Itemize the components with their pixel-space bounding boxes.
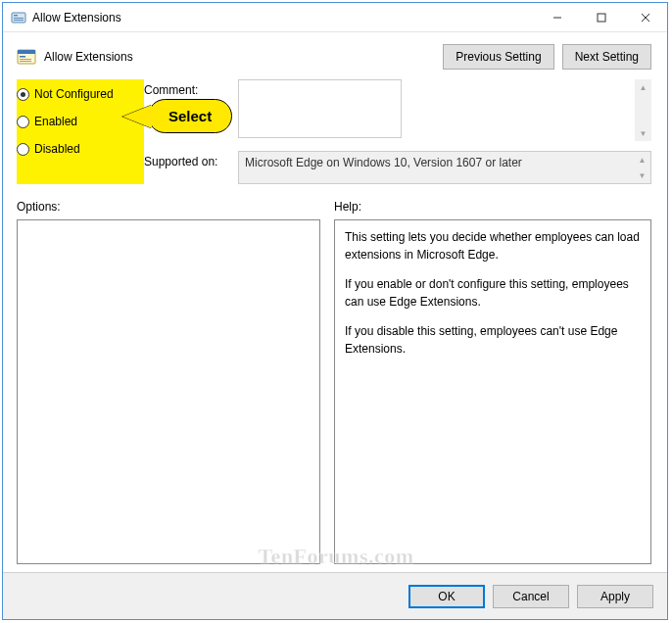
scroll-down-icon: ▼ <box>635 125 651 141</box>
radio-empty-icon <box>17 116 29 128</box>
supported-scrollbar: ▲ ▼ <box>634 152 650 183</box>
help-paragraph: If you enable or don't configure this se… <box>345 275 641 311</box>
radio-disabled[interactable]: Disabled <box>17 140 144 158</box>
radio-label: Enabled <box>34 115 77 128</box>
lower-section: Options: Help: This setting lets you dec… <box>3 192 667 572</box>
help-column: Help: This setting lets you decide wheth… <box>334 192 651 564</box>
supported-on-text: Microsoft Edge on Windows 10, Version 16… <box>238 151 651 184</box>
apply-button[interactable]: Apply <box>577 585 653 608</box>
policy-header-icon <box>17 48 36 66</box>
top-section: Not Configured Enabled Disabled Select C… <box>3 79 667 192</box>
comment-scrollbar[interactable]: ▲ ▼ <box>635 79 651 141</box>
svg-rect-9 <box>18 50 35 54</box>
options-label: Options: <box>17 192 320 219</box>
previous-setting-button[interactable]: Previous Setting <box>443 44 553 70</box>
svg-rect-12 <box>20 61 31 62</box>
supported-value: Microsoft Edge on Windows 10, Version 16… <box>245 156 522 169</box>
gpedit-policy-window: Allow Extensions Allow Extensions Previo… <box>2 2 668 620</box>
options-column: Options: <box>17 192 320 564</box>
radio-not-configured[interactable]: Not Configured <box>17 85 144 103</box>
radio-enabled[interactable]: Enabled <box>17 113 144 130</box>
help-paragraph: If you disable this setting, employees c… <box>345 322 641 358</box>
ok-button[interactable]: OK <box>408 585 485 608</box>
policy-title: Allow Extensions <box>44 50 435 64</box>
supported-label: Supported on: <box>144 151 230 184</box>
svg-rect-11 <box>20 59 31 60</box>
policy-icon <box>11 10 26 25</box>
help-label: Help: <box>334 192 651 219</box>
svg-rect-1 <box>14 15 18 17</box>
header-row: Allow Extensions Previous Setting Next S… <box>3 32 667 79</box>
radio-label: Disabled <box>34 142 80 156</box>
comment-row: Comment: ▲ ▼ <box>144 79 651 141</box>
comment-label: Comment: <box>144 79 230 141</box>
scroll-up-icon: ▲ <box>635 79 651 95</box>
titlebar: Allow Extensions <box>3 3 667 32</box>
svg-rect-5 <box>598 14 605 22</box>
help-paragraph: This setting lets you decide whether emp… <box>345 228 641 264</box>
comment-textarea[interactable] <box>238 79 402 138</box>
svg-rect-3 <box>14 20 24 21</box>
window-title: Allow Extensions <box>32 11 535 24</box>
close-button[interactable] <box>623 3 667 31</box>
scroll-up-icon: ▲ <box>634 152 650 168</box>
radio-empty-icon <box>17 143 29 156</box>
svg-rect-2 <box>14 18 24 19</box>
supported-row: Supported on: Microsoft Edge on Windows … <box>144 151 651 184</box>
svg-rect-10 <box>20 56 25 58</box>
state-radio-group: Not Configured Enabled Disabled Select <box>17 79 144 184</box>
fields-column: Comment: ▲ ▼ Supported on: Microsoft Edg… <box>144 79 651 184</box>
cancel-button[interactable]: Cancel <box>493 585 569 608</box>
minimize-button[interactable] <box>535 3 579 31</box>
dialog-footer: OK Cancel Apply <box>3 572 667 619</box>
next-setting-button[interactable]: Next Setting <box>562 44 651 70</box>
options-box <box>17 219 320 564</box>
maximize-button[interactable] <box>579 3 623 31</box>
help-box: This setting lets you decide whether emp… <box>334 219 651 564</box>
radio-dot-icon <box>17 88 29 101</box>
scroll-down-icon: ▼ <box>634 168 650 183</box>
radio-label: Not Configured <box>34 87 114 101</box>
